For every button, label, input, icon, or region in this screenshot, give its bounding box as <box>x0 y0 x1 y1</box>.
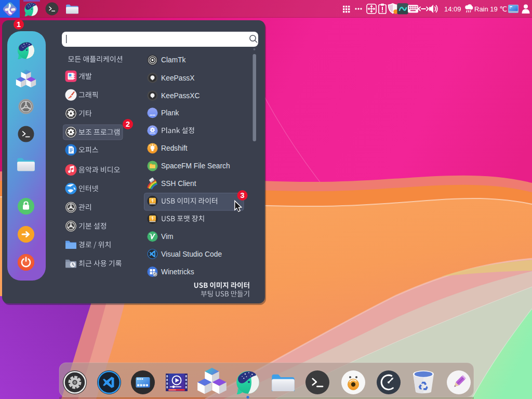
svg-text:Winetricks: Winetricks <box>161 268 194 276</box>
svg-text:Rain 19 ℃: Rain 19 ℃ <box>474 5 507 13</box>
svg-text:Vim: Vim <box>161 233 174 241</box>
svg-text:KeePassXC: KeePassXC <box>161 92 200 100</box>
svg-text:ClamTk: ClamTk <box>161 56 186 64</box>
svg-text:SpaceFM File Search: SpaceFM File Search <box>161 162 230 170</box>
svg-text:1: 1 <box>17 20 21 29</box>
svg-text:14:09: 14:09 <box>444 5 461 13</box>
svg-text:3: 3 <box>240 191 244 200</box>
svg-text:SSH Client: SSH Client <box>161 180 196 188</box>
svg-text:Plank: Plank <box>161 109 179 117</box>
svg-text:2: 2 <box>126 120 130 128</box>
svg-text:KeePassX: KeePassX <box>161 74 194 82</box>
svg-text:Redshift: Redshift <box>161 144 188 152</box>
svg-text:Visual Studio Code: Visual Studio Code <box>161 250 222 258</box>
